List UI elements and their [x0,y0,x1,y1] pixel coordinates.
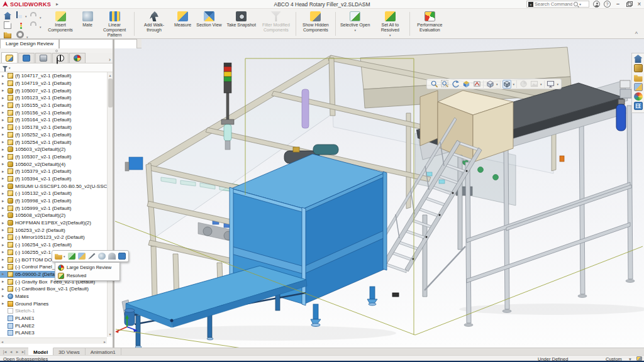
expand-arrow-icon[interactable] [2,169,8,174]
tree-item[interactable]: (f) 105394_v2-1 (Default) [0,175,107,183]
expand-arrow-icon[interactable] [2,287,8,292]
tree-item[interactable]: (-) 105178_v2-1 (Default) [0,124,107,131]
menu-expand-arrow-icon[interactable]: ▸ [56,1,58,7]
minimize-button[interactable] [614,1,621,8]
expand-arrow-icon[interactable] [2,250,8,255]
tree-item[interactable]: MISUMI U-SSCSP1.00-B0.50_v2(U-SSCSP(304 … [0,182,107,190]
dynamic-annotation-icon[interactable] [472,80,481,89]
tree-item[interactable]: (f) 105252_v2-1 (Default) [0,131,107,139]
appearances-icon[interactable] [634,92,643,101]
tree-item[interactable]: (f) 105156_v2-1 (Default) [0,109,107,116]
tree-item[interactable]: 106253_v2-2 (Default) [0,226,107,234]
prev-tab-icon[interactable] [8,349,14,354]
expand-arrow-icon[interactable] [2,301,8,306]
tree-item[interactable]: (f) 105379_v2-1 (Default) [0,168,107,175]
new-document-button[interactable]: ▾ [4,21,11,29]
search-dropdown-icon[interactable]: ▾ [579,2,581,6]
close-button[interactable] [636,1,643,8]
document-tab[interactable]: Model [28,348,53,355]
tree-item[interactable]: (-) 106254_v2-1 (Default) [0,241,107,249]
expand-arrow-icon[interactable] [2,293,8,299]
search-scope-icon[interactable] [528,2,533,7]
ribbon-button[interactable]: Measure ▾ [172,9,194,38]
save-button[interactable]: ▾ [16,11,18,18]
ribbon-button[interactable]: Show Hidden Components ▾ [298,9,333,38]
scroll-up-icon[interactable]: ▴ [108,73,113,77]
next-tab-icon[interactable] [14,349,20,354]
tree-item[interactable]: (f) 105254_v2-1 (Default) [0,138,107,146]
expand-arrow-icon[interactable] [2,96,8,101]
expand-arrow-icon[interactable] [2,221,8,226]
tree-item[interactable]: PLANE2 [0,322,107,329]
open-button[interactable]: ▾ [4,31,11,38]
expand-arrow-icon[interactable] [2,118,8,123]
component-properties-icon[interactable] [118,253,126,260]
display-style-icon[interactable] [502,80,511,89]
ribbon-button[interactable]: Mate ▾ [78,9,97,38]
tree-item[interactable]: Ground Planes [0,300,107,307]
tab-configuration-manager[interactable] [35,53,52,63]
tree-item[interactable]: 105602_v2(Default)(4) [0,160,107,168]
tag-icon[interactable] [636,356,642,361]
panel-splitter[interactable] [113,39,114,348]
ribbon-button[interactable]: Performance Evaluation ▾ [412,9,447,38]
tree-item[interactable]: (f) 105307_v2-1 (Default) [0,153,107,161]
search-icon[interactable] [574,2,578,6]
help-icon[interactable] [604,1,611,8]
first-tab-icon[interactable] [2,349,8,354]
expand-arrow-icon[interactable] [2,125,8,130]
filter-dropdown-icon[interactable]: ▾ [9,66,11,70]
expand-arrow-icon[interactable] [2,279,8,284]
ribbon-button[interactable]: Add Walk-through ▾ [136,9,172,38]
tree-item[interactable]: (f) 105999_v2-1 (Default) [0,204,107,212]
tree-item[interactable]: (f) 104717_v2-1 (Default) [0,72,107,80]
tree-item[interactable]: (-) 105132_v2-1 (Default) [0,190,107,197]
ribbon-button[interactable]: ▾ [409,12,410,36]
zoom-to-fit-icon[interactable] [430,80,438,89]
view-orientation-icon[interactable] [486,80,494,89]
scroll-right-icon[interactable]: ▸ [104,339,106,344]
tree-item[interactable]: PLANE3 [0,329,107,337]
ribbon-button[interactable]: ▾ [296,12,296,36]
expand-arrow-icon[interactable] [2,162,8,167]
dropdown-arrow-icon[interactable]: ▾ [557,82,559,86]
expand-arrow-icon[interactable] [2,184,8,189]
tree-item[interactable]: (-) Cardboard Box_v2-1 (Default) [0,285,107,293]
tree-item[interactable]: (f) 105164_v2-1 (Default) [0,116,107,124]
tab-property-manager[interactable] [18,53,35,63]
expand-arrow-icon[interactable] [2,147,8,152]
ribbon-collapse-icon[interactable]: ^ [635,31,638,37]
scrollbar-thumb[interactable] [108,79,113,107]
restore-button[interactable] [625,1,632,8]
last-tab-icon[interactable] [21,349,26,354]
dropdown-arrow-icon[interactable]: ▾ [389,33,391,37]
tree-item[interactable]: (f) 105123_v2-1 (Default) [0,94,107,102]
pneumatic-cylinder[interactable] [302,89,309,128]
ribbon-button[interactable]: Set All to Resolved ▾ [372,9,408,38]
view-settings-icon[interactable] [547,80,555,89]
expand-arrow-icon[interactable] [2,243,8,248]
expand-arrow-icon[interactable] [2,74,8,79]
expand-arrow-icon[interactable] [2,265,8,270]
tree-item[interactable]: (f) 105998_v2-1 (Default) [0,197,107,205]
tab-display-manager[interactable] [69,53,86,63]
tree-item[interactable]: PLANE1 [0,315,107,322]
expand-arrow-icon[interactable] [2,272,8,277]
open-component-icon[interactable] [55,253,62,260]
context-menu-item[interactable]: Large Design Review [56,263,119,272]
section-view-icon[interactable] [462,80,470,89]
options-gear-icon[interactable]: ▾ [16,31,24,38]
dropdown-arrow-icon[interactable]: ▾ [496,82,498,86]
document-tab[interactable]: 3D Views [53,348,86,355]
ribbon-button[interactable]: Selective Open ▾ [338,9,372,38]
tree-item[interactable]: Mates [0,293,107,300]
ribbon-button[interactable]: Section View ▾ [194,9,224,38]
edit-icon[interactable] [88,253,96,260]
expand-arrow-icon[interactable] [2,88,8,93]
expand-arrow-icon[interactable] [2,213,8,218]
expand-arrow-icon[interactable] [2,110,8,115]
tree-horizontal-scrollbar[interactable]: ◂ ▸ [0,337,107,344]
tree-item[interactable]: Sketch-1 [0,307,107,315]
tab-large-design-review[interactable]: Large Design Review [0,39,59,48]
tree-item[interactable]: (-) Mirror105123_v2-2 (Default) [0,234,107,241]
